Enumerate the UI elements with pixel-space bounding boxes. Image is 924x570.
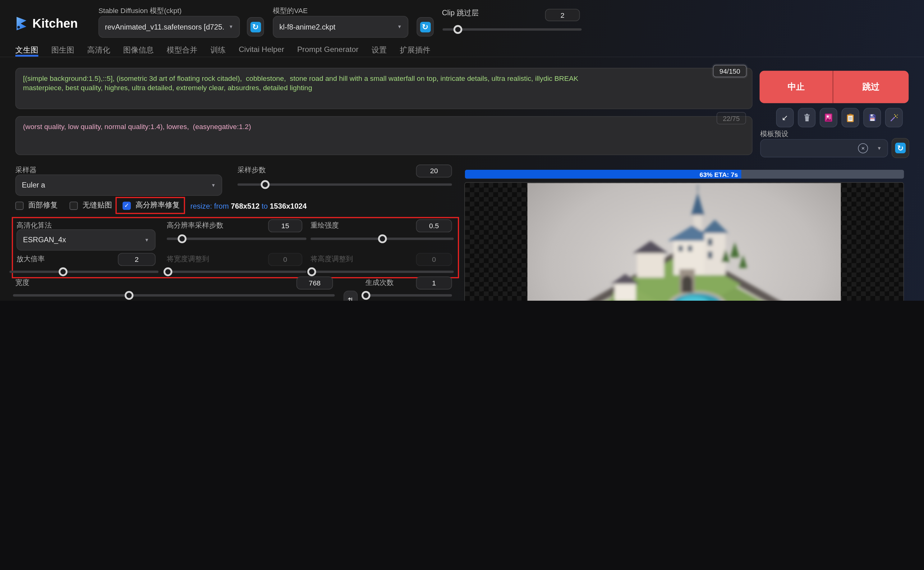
refresh-icon: ↻ [895, 143, 906, 153]
tab-txt2img[interactable]: 文生图 [15, 41, 38, 57]
resize-height-slider[interactable] [310, 268, 454, 276]
checkbox-unchecked[interactable] [15, 201, 24, 210]
preset-refresh-button[interactable]: ↻ [892, 138, 909, 158]
app-name: Kitchen [32, 17, 78, 31]
slider-handle[interactable] [261, 180, 270, 189]
swap-dimensions-button[interactable]: ⇅ [344, 291, 358, 301]
apply-style-button[interactable] [842, 108, 859, 127]
negative-token-counter: 22/75 [717, 112, 746, 124]
model-refresh-button[interactable]: ↻ [247, 17, 264, 37]
slider-handle[interactable] [124, 291, 133, 300]
tiling-option[interactable]: 无缝贴图 [70, 201, 112, 210]
tab-settings[interactable]: 设置 [371, 41, 386, 57]
extra-networks-button[interactable] [820, 108, 837, 127]
steps-value[interactable]: 20 [416, 164, 452, 178]
magic-prompt-button[interactable] [885, 108, 903, 127]
upscaler-label: 高清化算法 [17, 221, 52, 230]
image-frame-icon [825, 113, 833, 122]
resize-width-slider[interactable] [167, 268, 307, 276]
hires-steps-label: 高分辨率采样步数 [167, 221, 223, 230]
slider-handle[interactable] [178, 234, 186, 243]
prompt-textarea[interactable]: [(simple background:1.5),::5], (isometri… [15, 68, 753, 109]
upscaler-dropdown[interactable]: ESRGAN_4x ▼ [17, 230, 156, 251]
chevron-down-icon: ▼ [145, 237, 149, 242]
clipboard-icon [846, 113, 855, 122]
tab-extensions[interactable]: 扩展插件 [400, 41, 431, 57]
vae-value: kl-f8-anime2.ckpt [279, 23, 335, 31]
save-style-button[interactable] [863, 108, 881, 127]
model-label: Stable Diffusion 模型(ckpt) [99, 6, 182, 16]
restore-faces-label: 面部修复 [28, 201, 58, 210]
slider-handle[interactable] [454, 25, 462, 34]
resize-info-to: to [262, 202, 268, 210]
model-value: revAnimated_v11.safetensors [d725... [105, 23, 224, 31]
app-logo: Kitchen [14, 15, 78, 32]
upscale-by-slider[interactable] [9, 268, 159, 276]
slider-handle[interactable] [59, 267, 67, 276]
chevron-down-icon: ▼ [211, 182, 216, 188]
skip-button[interactable]: 跳过 [833, 71, 909, 103]
batch-count-slider[interactable] [365, 291, 452, 300]
hires-fix-label: 高分辨率修复 [136, 201, 180, 210]
slider-track [167, 271, 307, 273]
upscale-by-value[interactable]: 2 [118, 253, 156, 266]
model-dropdown[interactable]: revAnimated_v11.safetensors [d725... ▼ [99, 16, 240, 38]
check-icon: ✓ [124, 202, 129, 208]
tab-train[interactable]: 训练 [211, 41, 226, 57]
slider-track [443, 28, 582, 31]
width-value[interactable]: 768 [296, 276, 333, 290]
tab-png-info[interactable]: 图像信息 [123, 41, 154, 57]
chevron-down-icon: ▼ [397, 24, 402, 29]
batch-count-value[interactable]: 1 [416, 276, 452, 290]
restore-faces-option[interactable]: 面部修复 [15, 201, 58, 210]
denoising-slider[interactable] [310, 235, 454, 243]
resize-height-value[interactable]: 0 [416, 253, 452, 266]
slider-handle[interactable] [377, 234, 386, 243]
clip-skip-value[interactable]: 2 [545, 9, 580, 21]
resize-height-label: 将高度调整到 [310, 254, 353, 264]
preview-image[interactable] [527, 183, 841, 301]
negative-prompt-textarea[interactable]: (worst quality, low quality, normal qual… [15, 116, 753, 155]
checkbox-checked[interactable]: ✓ [122, 201, 131, 210]
hires-fix-option[interactable]: ✓ 高分辨率修复 [116, 197, 185, 214]
tab-checkpoint-merger[interactable]: 模型合并 [167, 41, 198, 57]
trash-icon [802, 113, 811, 122]
denoising-value[interactable]: 0.5 [416, 219, 452, 232]
main-tabs: 文生图 图生图 高清化 图像信息 模型合并 训练 Civitai Helper … [0, 41, 924, 57]
slider-track [13, 294, 335, 297]
swap-icon: ⇅ [347, 296, 354, 301]
steps-label: 采样步数 [237, 165, 266, 175]
slider-handle[interactable] [308, 267, 316, 276]
paste-params-button[interactable]: ↙ [776, 108, 794, 127]
clear-icon[interactable]: × [858, 143, 868, 153]
vae-dropdown[interactable]: kl-f8-anime2.ckpt ▼ [273, 16, 408, 38]
hires-steps-slider[interactable] [167, 235, 307, 243]
slider-handle[interactable] [362, 291, 371, 300]
tab-civitai-helper[interactable]: Civitai Helper [239, 41, 284, 57]
tab-extras[interactable]: 高清化 [87, 41, 110, 57]
preview-area [464, 182, 904, 301]
preset-dropdown[interactable]: × ▼ [760, 139, 888, 157]
slider-handle[interactable] [164, 267, 173, 276]
slider-track [310, 271, 454, 273]
tab-img2img[interactable]: 图生图 [51, 41, 74, 57]
clip-skip-slider[interactable] [443, 26, 582, 34]
vae-label: 模型的VAE [273, 6, 308, 16]
resize-width-value[interactable]: 0 [268, 253, 302, 266]
upscale-by-label: 放大倍率 [17, 254, 45, 264]
clear-prompt-button[interactable] [798, 108, 816, 127]
vae-refresh-button[interactable]: ↻ [417, 17, 434, 37]
checkbox-unchecked[interactable] [70, 201, 78, 210]
hires-steps-value[interactable]: 15 [268, 219, 302, 232]
tab-prompt-generator[interactable]: Prompt Generator [297, 41, 358, 57]
interrupt-button[interactable]: 中止 [760, 71, 833, 103]
upscaler-value: ESRGAN_4x [23, 236, 66, 244]
width-slider[interactable] [13, 291, 335, 300]
prompt-tool-row: ↙ [776, 108, 903, 127]
sampler-dropdown[interactable]: Euler a ▼ [15, 175, 222, 196]
resize-to-value: 1536x1024 [270, 202, 307, 210]
steps-slider[interactable] [237, 180, 452, 189]
resize-info-prefix: resize: from [190, 202, 229, 210]
floppy-disk-icon [868, 113, 877, 122]
refresh-icon: ↻ [420, 21, 431, 32]
